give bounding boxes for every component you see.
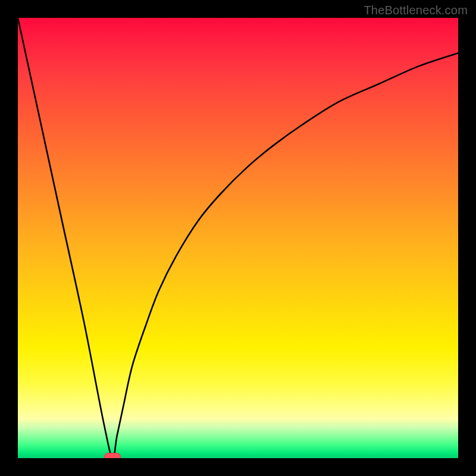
plot-area xyxy=(18,18,458,458)
curve-layer xyxy=(18,18,458,458)
minimum-marker xyxy=(104,453,121,458)
bottleneck-curve xyxy=(18,18,458,458)
chart-frame: TheBottleneck.com xyxy=(0,0,476,476)
watermark-text: TheBottleneck.com xyxy=(364,4,468,17)
